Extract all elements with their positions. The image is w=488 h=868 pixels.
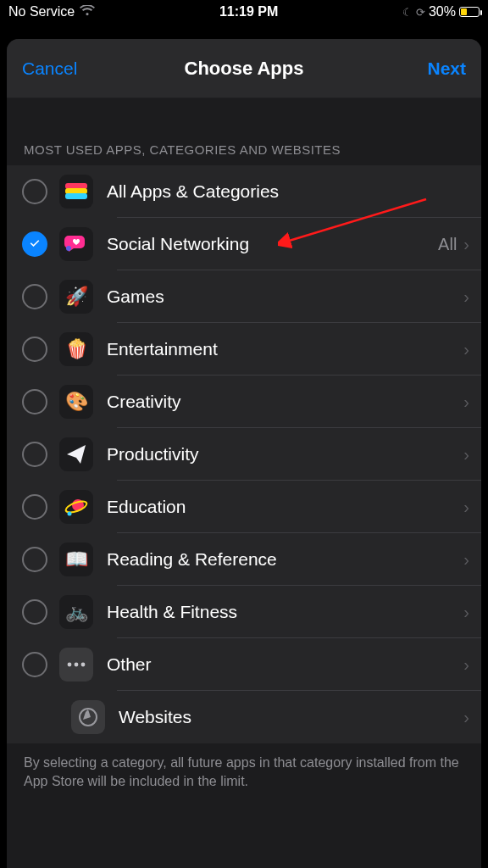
row-games[interactable]: 🚀 Games › xyxy=(7,270,481,323)
svg-point-6 xyxy=(75,663,79,667)
row-reading-reference[interactable]: 📖 Reading & Reference › xyxy=(7,533,481,586)
radio-unchecked[interactable] xyxy=(22,284,47,309)
nav-bar: Cancel Choose Apps Next xyxy=(7,39,481,98)
chevron-right-icon: › xyxy=(463,655,469,675)
row-label: Reading & Reference xyxy=(107,549,463,570)
chevron-right-icon: › xyxy=(463,445,469,465)
chevron-right-icon: › xyxy=(463,498,469,517)
row-label: All Apps & Categories xyxy=(107,181,469,202)
stack-icon xyxy=(59,175,93,209)
rocket-icon: 🚀 xyxy=(59,280,93,314)
row-education[interactable]: Education › xyxy=(7,481,481,533)
book-icon: 📖 xyxy=(59,542,93,576)
radio-unchecked[interactable] xyxy=(22,389,47,415)
compass-icon xyxy=(71,700,105,734)
next-button[interactable]: Next xyxy=(398,58,466,79)
radio-checked[interactable] xyxy=(22,231,47,257)
radio-unchecked[interactable] xyxy=(22,652,47,677)
battery-percent: 30% xyxy=(429,4,456,19)
do-not-disturb-icon: ☾ xyxy=(402,6,413,19)
svg-point-5 xyxy=(68,663,72,667)
row-label: Entertainment xyxy=(107,339,463,359)
cancel-button[interactable]: Cancel xyxy=(22,58,90,79)
status-bar: No Service 11:19 PM ☾ ⟳ 30% xyxy=(0,0,488,24)
category-list: All Apps & Categories Social Networking … xyxy=(7,165,481,743)
status-time: 11:19 PM xyxy=(95,4,402,19)
radio-unchecked[interactable] xyxy=(22,547,47,572)
page-title: Choose Apps xyxy=(90,58,398,80)
radio-unchecked[interactable] xyxy=(22,599,47,625)
ellipsis-icon xyxy=(59,648,93,682)
radio-unchecked[interactable] xyxy=(22,179,47,204)
row-entertainment[interactable]: 🍿 Entertainment › xyxy=(7,323,481,376)
row-creativity[interactable]: 🎨 Creativity › xyxy=(7,376,481,428)
svg-point-7 xyxy=(81,663,86,667)
chevron-right-icon: › xyxy=(463,603,469,622)
row-label: Creativity xyxy=(107,392,463,412)
row-label: Other xyxy=(107,654,463,675)
footer-note: By selecting a category, all future apps… xyxy=(7,743,481,808)
chevron-right-icon: › xyxy=(463,708,469,727)
radio-unchecked[interactable] xyxy=(22,337,47,362)
chevron-right-icon: › xyxy=(463,235,469,254)
chat-heart-icon xyxy=(59,227,93,261)
row-label: Health & Fitness xyxy=(107,602,463,622)
chevron-right-icon: › xyxy=(463,392,469,412)
row-health-fitness[interactable]: 🚲 Health & Fitness › xyxy=(7,586,481,638)
svg-point-4 xyxy=(68,512,72,516)
row-social-networking[interactable]: Social Networking All › xyxy=(7,218,481,270)
bicycle-icon: 🚲 xyxy=(59,595,93,629)
paper-plane-icon xyxy=(59,437,93,471)
chevron-right-icon: › xyxy=(463,340,469,359)
orientation-lock-icon: ⟳ xyxy=(416,6,425,19)
palette-icon: 🎨 xyxy=(59,385,93,419)
row-label: Games xyxy=(107,287,463,307)
planet-icon xyxy=(59,490,93,524)
row-all-apps[interactable]: All Apps & Categories xyxy=(7,165,481,218)
svg-point-0 xyxy=(66,246,71,251)
row-label: Websites xyxy=(119,707,463,727)
radio-unchecked[interactable] xyxy=(22,442,47,467)
row-detail-value: All xyxy=(438,235,457,254)
carrier-text: No Service xyxy=(8,4,75,19)
wifi-icon xyxy=(80,4,95,19)
chevron-right-icon: › xyxy=(463,287,469,307)
row-label: Social Networking xyxy=(107,234,438,254)
popcorn-icon: 🍿 xyxy=(59,332,93,366)
modal-sheet: Cancel Choose Apps Next MOST USED APPS, … xyxy=(7,39,481,868)
battery-icon xyxy=(459,7,480,17)
chevron-right-icon: › xyxy=(463,550,469,570)
radio-unchecked[interactable] xyxy=(22,494,47,520)
row-label: Productivity xyxy=(107,444,463,465)
row-label: Education xyxy=(107,497,463,517)
section-header: MOST USED APPS, CATEGORIES AND WEBSITES xyxy=(7,132,481,165)
row-other[interactable]: Other › xyxy=(7,638,481,691)
row-productivity[interactable]: Productivity › xyxy=(7,428,481,481)
row-websites[interactable]: Websites › xyxy=(7,691,481,743)
